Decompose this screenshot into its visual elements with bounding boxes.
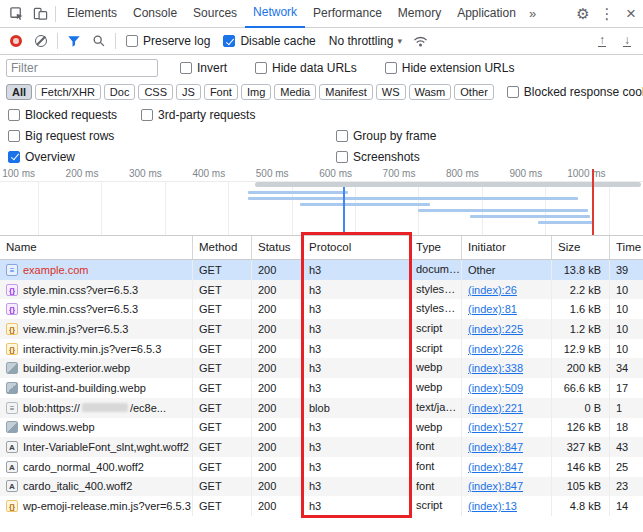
cell-name[interactable]: AInter-VariableFont_slnt,wght.woff2 [0,437,193,457]
network-conditions-button[interactable] [409,29,433,53]
chip-other[interactable]: Other [454,84,494,100]
chip-css[interactable]: CSS [138,84,173,100]
tab-network[interactable]: Network [245,0,305,28]
cell-name[interactable]: {}interactivity.min.js?ver=6.5.3 [0,339,193,359]
checkbox[interactable] [141,109,153,121]
request-row[interactable]: {}view.min.js?ver=6.5.3GET200h3script(in… [0,319,643,339]
export-har-button[interactable]: ↓ [615,29,639,53]
chip-wasm[interactable]: Wasm [409,84,452,100]
request-row[interactable]: Acardo_normal_400.woff2GET200h3font(inde… [0,457,643,477]
group-by-frame-checkbox[interactable]: Group by frame [336,129,436,143]
checkbox[interactable] [507,86,519,98]
initiator-link[interactable]: (index):13 [468,500,517,512]
timeline-band[interactable] [0,182,643,235]
tab-application[interactable]: Application [449,0,524,28]
cell-name[interactable]: {}view.min.js?ver=6.5.3 [0,319,193,339]
preserve-log-checkbox[interactable]: Preserve log [126,34,210,48]
disable-cache-checkbox[interactable]: Disable cache [223,34,315,48]
tab-memory[interactable]: Memory [390,0,449,28]
cell-name[interactable]: building-exterior.webp [0,358,193,378]
blocked-response-cookies-checkbox[interactable]: Blocked response cookies [507,85,643,99]
third-party-requests-checkbox[interactable]: 3rd-party requests [141,108,255,122]
search-button[interactable] [87,29,111,53]
column-header-method[interactable]: Method [193,236,252,259]
hide-data-urls-checkbox[interactable]: Hide data URLs [255,61,357,75]
big-request-rows-checkbox[interactable]: Big request rows [8,129,336,143]
request-row[interactable]: ≡blob:https:///ec8e...GET200blobtext/jav… [0,398,643,418]
chip-doc[interactable]: Doc [104,84,136,100]
chip-all[interactable]: All [6,84,32,100]
overview-checkbox[interactable]: Overview [8,150,336,164]
initiator-link[interactable]: (index):847 [468,480,523,492]
column-header-size[interactable]: Size [552,236,610,259]
cell-name[interactable]: Acardo_italic_400.woff2 [0,477,193,497]
invert-checkbox[interactable]: Invert [180,61,227,75]
chip-img[interactable]: Img [241,84,271,100]
cell-name[interactable]: windows.webp [0,418,193,438]
request-row[interactable]: Acardo_italic_400.woff2GET200h3font(inde… [0,477,643,497]
throttling-select[interactable]: No throttling ▾ [323,34,408,48]
cell-name[interactable]: ≡blob:https:///ec8e... [0,398,193,418]
checkbox[interactable] [8,130,20,142]
initiator-link[interactable]: (index):847 [468,441,523,453]
chip-js[interactable]: JS [176,84,201,100]
tab-elements[interactable]: Elements [59,0,125,28]
checkbox[interactable] [255,62,267,74]
device-toolbar-icon[interactable] [28,2,52,26]
chip-font[interactable]: Font [204,84,238,100]
chip-manifest[interactable]: Manifest [319,84,373,100]
cell-name[interactable]: {}style.min.css?ver=6.5.3 [0,280,193,300]
request-row[interactable]: windows.webpGET200h3webp(index):527126 k… [0,418,643,438]
cell-name[interactable]: ≡example.com [0,260,193,280]
initiator-link[interactable]: (index):338 [468,362,523,374]
request-row[interactable]: {}wp-emoji-release.min.js?ver=6.5.3GET20… [0,496,643,516]
initiator-link[interactable]: (index):226 [468,343,523,355]
cell-name[interactable]: Acardo_normal_400.woff2 [0,457,193,477]
clear-button[interactable] [29,29,53,53]
inspect-element-icon[interactable] [4,2,28,26]
checkbox[interactable] [126,35,138,47]
filter-toggle-button[interactable] [62,29,86,53]
overview-scrollbar[interactable] [255,182,641,187]
cell-name[interactable]: tourist-and-building.webp [0,378,193,398]
tab-sources[interactable]: Sources [185,0,245,28]
import-har-button[interactable]: ↑ [590,29,614,53]
cell-name[interactable]: {}wp-emoji-release.min.js?ver=6.5.3 [0,496,193,516]
column-header-time[interactable]: Time [610,236,643,259]
request-row[interactable]: building-exterior.webpGET200h3webp(index… [0,358,643,378]
tab-performance[interactable]: Performance [305,0,390,28]
checkbox[interactable] [336,130,348,142]
column-header-status[interactable]: Status [252,236,303,259]
column-header-initiator[interactable]: Initiator [462,236,552,259]
checkbox[interactable] [180,62,192,74]
close-icon[interactable]: × [619,2,643,26]
settings-gear-icon[interactable]: ⚙ [571,2,595,26]
checkbox[interactable] [8,109,20,121]
column-header-protocol[interactable]: Protocol [303,236,410,259]
blocked-requests-checkbox[interactable]: Blocked requests [8,108,117,122]
initiator-link[interactable]: (index):81 [468,303,517,315]
chip-media[interactable]: Media [274,84,316,100]
initiator-link[interactable]: (index):527 [468,421,523,433]
request-row[interactable]: ≡example.comGET200h3documentOther13.8 kB… [0,260,643,280]
request-row[interactable]: AInter-VariableFont_slnt,wght.woff2GET20… [0,437,643,457]
request-row[interactable]: {}style.min.css?ver=6.5.3GET200h3stylesh… [0,280,643,300]
initiator-link[interactable]: (index):509 [468,382,523,394]
tab-console[interactable]: Console [125,0,185,28]
initiator-link[interactable]: (index):26 [468,284,517,296]
checkbox[interactable] [385,62,397,74]
record-button[interactable] [4,29,28,53]
cell-name[interactable]: {}style.min.css?ver=6.5.3 [0,299,193,319]
initiator-link[interactable]: (index):221 [468,402,523,414]
hide-extension-urls-checkbox[interactable]: Hide extension URLs [385,61,515,75]
column-header-type[interactable]: Type [410,236,462,259]
screenshots-checkbox[interactable]: Screenshots [336,150,420,164]
initiator-link[interactable]: (index):847 [468,461,523,473]
request-row[interactable]: {}style.min.css?ver=6.5.3GET200h3stylesh… [0,299,643,319]
filter-input[interactable] [6,59,158,77]
checkbox[interactable] [223,35,235,47]
checkbox[interactable] [8,151,20,163]
request-row[interactable]: {}interactivity.min.js?ver=6.5.3GET200h3… [0,339,643,359]
request-row[interactable]: tourist-and-building.webpGET200h3webp(in… [0,378,643,398]
column-header-name[interactable]: Name [0,236,193,259]
